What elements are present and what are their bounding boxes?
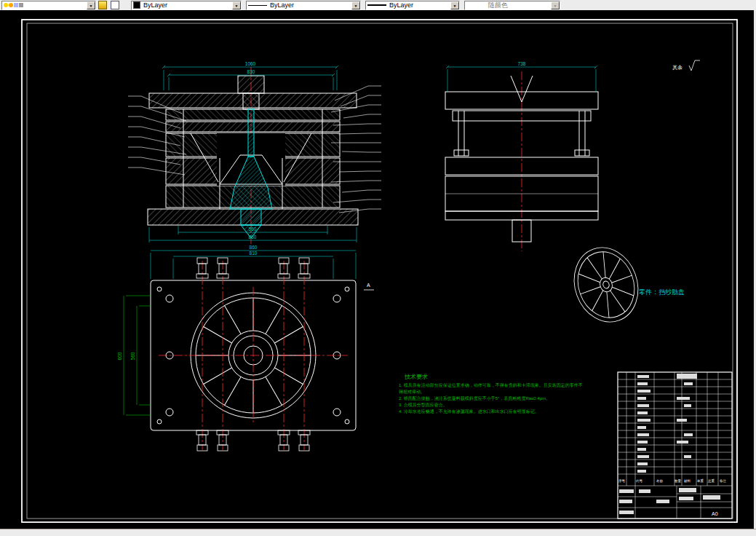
svg-text:序号: 序号 (618, 479, 626, 483)
wheel-part-view: 零件：挡纱肋盘 (564, 239, 685, 331)
section-view (128, 67, 381, 246)
dim-plan-top-outer: 860 (250, 245, 258, 250)
tech-line: 2. 锥面配合接触，浇注系统凝料脱模斜度应不小于5°，表面粗糙度Ra≤0.4μm… (399, 395, 550, 401)
linetype-control-combo[interactable]: ByLayer ▼ (246, 1, 361, 10)
section-marker: A (364, 283, 374, 290)
tech-line: 4. 冷却水道应畅通，不允许有渗漏现象。进水口和出水口应有明显标记。 (399, 409, 539, 414)
chevron-down-icon[interactable]: ▼ (450, 1, 459, 9)
svg-text:代号: 代号 (635, 479, 643, 483)
layer-on-icon (4, 3, 8, 7)
model-space-canvas[interactable]: 其余 (0, 10, 754, 529)
dim-plan-left-outer: 600 (117, 352, 122, 360)
properties-toolbar: ▼ ByLayer ▼ ByLayer ▼ ByLayer ▼ 随颜色 ▼ (0, 0, 756, 11)
layer-lock-icon (14, 3, 18, 7)
side-view (445, 71, 598, 251)
tech-line: 3. 合模后分型面应密合。 (399, 402, 447, 408)
svg-text:材料: 材料 (683, 479, 691, 484)
tech-line: 1. 模具所有活动部分应保证位置准确，动作可靠，不得有歪斜和卡滞现象。且安装固定… (399, 382, 583, 388)
roughness-check-icon (689, 60, 700, 71)
tech-requirements: 技术要求 1. 模具所有活动部分应保证位置准确，动作可靠，不得有歪斜和卡滞现象。… (399, 374, 583, 414)
layer-state-icons (4, 3, 23, 7)
linetype-sample (248, 5, 267, 6)
parts-list-headers: 序号 代号 名称 数量 材料 单重 总重 备注 (618, 478, 727, 484)
dim-sec-top-outer: 1060 (245, 61, 256, 66)
svg-text:数量: 数量 (675, 479, 682, 483)
svg-text:总重: 总重 (707, 478, 715, 483)
plan-centerlines (159, 261, 348, 450)
svg-text:备注: 备注 (720, 479, 727, 483)
tech-line: 得相对窜动。 (399, 389, 425, 395)
drawing-svg[interactable]: 其余 (0, 10, 754, 529)
part-label: 零件：挡纱肋盘 (639, 288, 685, 296)
dim-sec-bot-inner: 560 (249, 226, 257, 232)
title-block: 序号 代号 名称 数量 材料 单重 总重 备注 A0 (618, 372, 732, 519)
lineweight-sample (367, 4, 386, 6)
surface-note-text: 其余 (672, 65, 683, 71)
chevron-down-icon[interactable]: ▼ (351, 1, 360, 9)
layer-control-combo[interactable]: ▼ (1, 1, 96, 10)
dim-sec-bot-outer: 860 (249, 234, 257, 240)
plan-view: A (151, 258, 374, 451)
plotstyle-combo-value: 随颜色 (488, 1, 508, 9)
layer-sheet-icon (111, 1, 119, 9)
status-bar (0, 529, 756, 536)
layer-plot-icon (19, 3, 23, 7)
lineweight-control-combo[interactable]: ByLayer ▼ (365, 1, 460, 10)
title-block-text-marks (619, 374, 720, 514)
color-combo-value: ByLayer (143, 1, 167, 9)
dim-sec-top-inner: 830 (247, 69, 255, 74)
dimensions-green: 600 560 (117, 296, 151, 415)
color-control-combo[interactable]: ByLayer ▼ (131, 1, 242, 10)
color-swatch (133, 1, 140, 9)
layer-properties-button[interactable] (96, 1, 108, 10)
svg-text:名称: 名称 (656, 479, 664, 483)
make-layer-current-button[interactable] (108, 1, 121, 10)
sheet-size-label: A0 (712, 511, 718, 516)
surface-finish-symbol: 其余 (672, 60, 700, 71)
linetype-combo-value: ByLayer (270, 1, 294, 9)
layers-icon (98, 1, 107, 9)
chevron-down-icon[interactable]: ▼ (87, 1, 95, 9)
dim-side-top: 738 (518, 61, 526, 66)
layer-freeze-icon (9, 3, 13, 7)
chevron-down-icon: ▼ (551, 1, 560, 9)
svg-text:单重: 单重 (697, 478, 704, 483)
tech-requirements-title: 技术要求 (404, 374, 428, 380)
chevron-down-icon[interactable]: ▼ (232, 1, 241, 9)
section-marker-label: A (367, 283, 370, 288)
dim-plan-left-inner: 560 (130, 352, 135, 360)
dim-plan-top-inner: 810 (250, 251, 258, 256)
plotstyle-control-combo: 随颜色 ▼ (464, 1, 560, 10)
lineweight-combo-value: ByLayer (389, 1, 413, 9)
